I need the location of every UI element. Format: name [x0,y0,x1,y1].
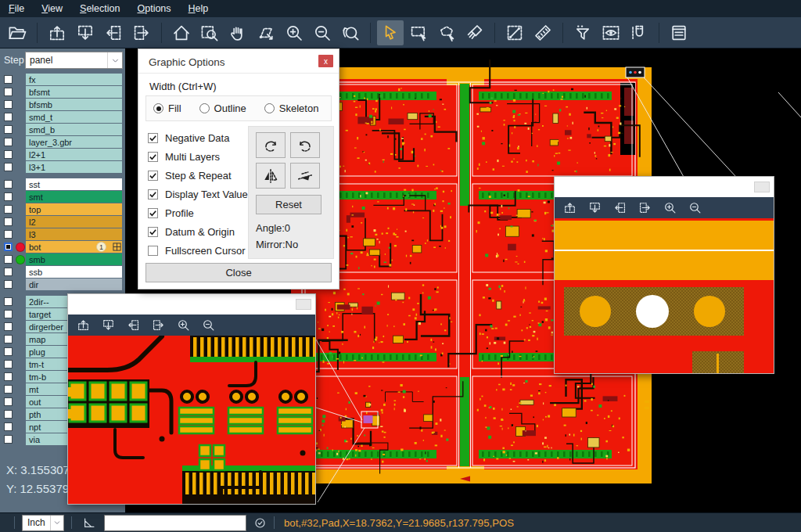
tool-open-folder[interactable] [4,20,31,45]
layer-checkbox[interactable] [4,347,13,356]
flip-horizontal-button[interactable] [256,163,286,189]
tool-pan-down[interactable] [72,20,99,45]
zoom-out-icon[interactable] [202,318,215,332]
tool-pan-left[interactable] [100,20,127,45]
tool-snap-magnet[interactable] [626,20,652,45]
tool-pan-right[interactable] [128,20,155,45]
layer-checkbox[interactable] [4,192,13,201]
layer-checkbox[interactable] [4,435,13,444]
grid-icon[interactable] [113,243,121,251]
layer-checkbox[interactable] [4,138,13,146]
layer-row-sst[interactable]: sst [0,178,125,191]
tool-pan-up[interactable] [44,20,70,45]
layer-row-top[interactable]: top [0,203,125,216]
checkbox-box[interactable] [148,152,158,162]
radio-dot[interactable] [264,103,275,113]
menu-selection[interactable]: Selection [71,2,128,16]
close-icon[interactable]: x [318,55,333,67]
layer-checkbox[interactable] [4,230,13,239]
step-select[interactable]: panel [25,52,123,69]
tool-zoom-in[interactable] [281,20,307,45]
tool-clean-brush[interactable] [462,20,488,45]
checkbox-display-text-value[interactable]: Display Text Value [148,185,248,203]
pan-down-icon[interactable] [588,201,602,214]
tool-eye-preview[interactable] [598,20,624,45]
layer-row-dir[interactable]: dir [0,279,125,291]
tool-zoom-window[interactable] [196,20,223,45]
layer-row-l2[interactable]: l2 [0,216,125,228]
flip-vertical-button[interactable] [290,163,320,189]
tool-select-arrow[interactable] [377,20,404,45]
layer-checkbox[interactable] [4,163,13,171]
layer-checkbox[interactable] [4,205,13,214]
reset-button[interactable]: Reset [256,195,321,214]
menu-options[interactable]: Options [128,2,179,16]
checkbox-step-repeat[interactable]: Step & Repeat [148,166,248,185]
unit-select[interactable]: Inch [22,515,64,531]
tool-zoom-previous[interactable] [337,20,364,45]
layer-checkbox[interactable] [4,310,13,318]
magnifier-titlebar[interactable] [555,177,774,197]
angle-measure-icon[interactable] [82,516,96,530]
layer-checkbox[interactable] [4,113,13,121]
checkbox-negative-data[interactable]: Negative Data [148,128,248,147]
checkbox-box[interactable] [148,246,158,256]
tool-home[interactable] [168,20,195,45]
layer-checkbox[interactable] [4,180,13,189]
layer-checkbox[interactable] [4,268,13,276]
layer-row-bfsmb[interactable]: bfsmb [0,99,125,111]
menu-file[interactable]: File [0,2,33,16]
tool-zoom-out[interactable] [309,20,336,45]
layer-checkbox[interactable] [4,88,13,96]
tool-pan-hand[interactable] [224,20,251,45]
layer-row-l3[interactable]: l3 [0,228,125,241]
zoom-out-icon[interactable] [688,201,702,214]
radio-outline[interactable]: Outline [199,102,246,114]
rotate-ccw-button[interactable] [290,132,320,158]
pan-right-icon[interactable] [638,201,652,214]
layer-row-bfsmt[interactable]: bfsmt [0,86,125,99]
magnifier-view-top-right[interactable] [555,218,774,373]
checkbox-datum-origin[interactable]: Datum & Origin [148,222,248,241]
checkbox-box[interactable] [148,189,158,200]
layer-row-smd_t[interactable]: smd_t [0,111,125,124]
menu-help[interactable]: Help [180,2,217,16]
zoom-in-icon[interactable] [177,318,190,332]
checkbox-profile[interactable]: Profile [148,203,248,222]
layer-checkbox[interactable] [4,372,13,381]
layer-checkbox[interactable] [4,335,13,343]
tool-polygon-select[interactable] [433,20,460,45]
layer-checkbox[interactable] [4,75,13,84]
tool-ruler[interactable] [530,20,556,45]
layer-row-bot[interactable]: bot1 [0,241,125,253]
layer-checkbox[interactable] [4,322,13,331]
pan-left-icon[interactable] [127,318,140,332]
radio-skeleton[interactable]: Skeleton [264,102,319,114]
layer-checkbox[interactable] [4,125,13,134]
tool-layers-panel[interactable] [666,20,692,45]
checkbox-box[interactable] [148,133,158,143]
layer-checkbox[interactable] [4,397,13,406]
checkbox-box[interactable] [148,227,158,237]
checkbox-box[interactable] [148,208,158,218]
layer-row-smt[interactable]: smt [0,191,125,203]
layer-checkbox[interactable] [4,217,13,226]
radio-dot[interactable] [153,103,163,113]
command-input[interactable] [104,515,246,531]
menu-view[interactable]: View [33,2,71,16]
magnifier-window-button[interactable] [754,182,770,192]
pan-left-icon[interactable] [613,201,627,214]
pan-up-icon[interactable] [563,201,577,214]
pan-right-icon[interactable] [152,318,165,332]
layer-checkbox[interactable] [4,280,13,289]
tool-filter[interactable] [569,20,596,45]
rotate-cw-button[interactable] [256,132,286,158]
radio-fill[interactable]: Fill [153,102,181,114]
magnifier-window-button[interactable] [296,299,311,310]
checkbox-fullscreen-cursor[interactable]: Fullscreen Cursor [148,241,248,260]
layer-checkbox[interactable] [4,410,13,419]
tool-measure-distance[interactable] [501,20,528,45]
pan-up-icon[interactable] [77,318,90,332]
layer-checkbox[interactable] [4,385,13,394]
layer-checkbox[interactable] [4,243,13,251]
